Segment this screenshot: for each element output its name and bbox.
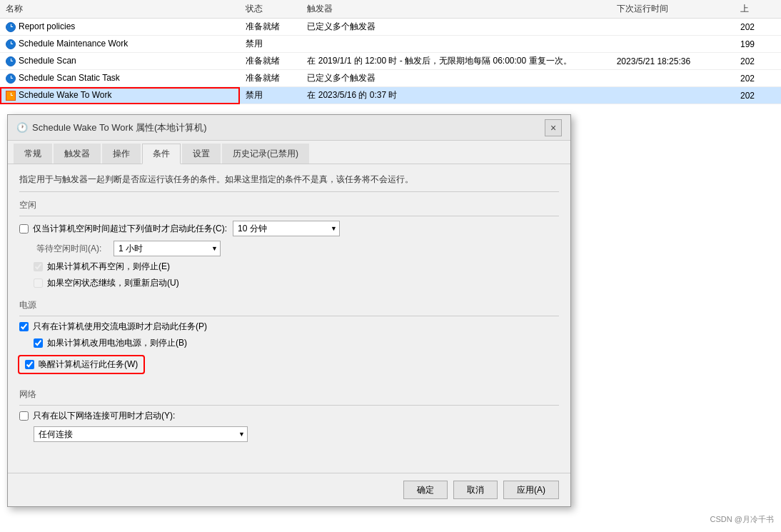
ok-button[interactable]: 确定 [403,481,448,499]
dialog-title: 🕐 Schedule Wake To Work 属性(本地计算机) [16,121,207,134]
tab-general[interactable]: 常规 [14,144,52,164]
task-trigger-cell: 在 2023/5/16 的 0:37 时 [301,87,610,104]
idle-wait-row: 等待空闲时间(A): 1 小时 ▼ [36,241,559,256]
idle-checkbox[interactable] [19,224,29,234]
power-wake-label[interactable]: 唤醒计算机运行此任务(W) [25,358,138,371]
task-last-cell: 202 [735,70,781,87]
idle-stop-checkbox[interactable] [34,262,43,271]
col-status: 状态 [240,0,302,19]
divider-1 [19,191,559,192]
task-last-cell: 199 [735,36,781,53]
tab-settings[interactable]: 设置 [182,144,221,164]
network-section-title: 网络 [19,388,559,401]
dialog-close-button[interactable]: × [545,119,562,136]
table-header-row: 名称 状态 触发器 下次运行时间 上 [0,0,781,19]
idle-section-title: 空闲 [19,199,559,211]
power-battery-text: 如果计算机改用电池电源，则停止(B) [47,337,187,349]
idle-checkbox-label[interactable]: 仅当计算机空闲时间超过下列值时才启动此任务(C): [19,223,227,235]
task-nextrun-cell [611,70,735,87]
tab-history[interactable]: 历史记录(已禁用) [222,144,309,164]
idle-wait-label: 等待空闲时间(A): [36,243,108,255]
network-checkbox-row: 只有在以下网络连接可用时才启动(Y): [19,410,559,422]
idle-wait-select[interactable]: 1 小时 [114,241,221,256]
task-name-cell: Schedule Wake To Work [0,87,240,104]
idle-stop-text: 如果计算机不再空闲，则停止(E) [47,261,170,273]
col-name: 名称 [0,0,240,19]
tab-actions[interactable]: 操作 [102,144,141,164]
power-battery-checkbox[interactable] [34,338,43,348]
network-select-wrapper: 任何连接 ▼ [34,426,248,442]
dialog-content: 指定用于与触发器一起判断是否应运行该任务的条件。如果这里指定的条件不是真，该任务… [8,164,570,455]
task-name-text: Report policies [19,21,75,31]
task-icon [6,22,16,32]
power-ac-checkbox[interactable] [19,322,29,331]
task-name-text: Schedule Wake To Work [19,90,112,100]
divider-3 [19,316,559,316]
idle-checkbox-row: 仅当计算机空闲时间超过下列值时才启动此任务(C): 10 分钟 ▼ [19,221,559,236]
task-trigger-cell: 在 2019/1/1 的 12:00 时 - 触发后，无限期地每隔 06:00:… [301,53,610,70]
task-icon [6,91,16,101]
idle-wait-wrapper: 1 小时 ▼ [114,241,221,256]
idle-restart-text: 如果空闲状态继续，则重新启动(U) [47,277,179,289]
network-dropdown-row: 任何连接 ▼ [34,426,559,442]
task-status-cell: 准备就绪 [240,19,302,36]
dialog-title-text: Schedule Wake To Work 属性(本地计算机) [32,121,207,134]
task-name-cell: Schedule Scan [0,53,240,70]
task-name-cell: Report policies [0,19,240,36]
table-row[interactable]: Report policies准备就绪已定义多个触发器202 [0,19,781,36]
power-wake-row: 唤醒计算机运行此任务(W) [19,356,143,373]
apply-button[interactable]: 应用(A) [503,481,559,499]
divider-4 [19,405,559,406]
task-last-cell: 202 [735,53,781,70]
task-trigger-cell: 已定义多个触发器 [301,19,610,36]
idle-duration-wrapper: 10 分钟 ▼ [233,221,340,236]
table-row[interactable]: Schedule Scan准备就绪在 2019/1/1 的 12:00 时 - … [0,53,781,70]
table-row[interactable]: Schedule Wake To Work禁用在 2023/5/16 的 0:3… [0,87,781,104]
network-checkbox[interactable] [19,411,29,421]
task-last-cell: 202 [735,87,781,104]
task-name-text: Schedule Maintenance Work [19,39,128,49]
task-name-cell: Schedule Scan Static Task [0,70,240,87]
col-last: 上 [735,0,781,19]
power-wake-checkbox[interactable] [25,360,34,369]
task-status-cell: 禁用 [240,87,302,104]
task-status-cell: 准备就绪 [240,53,302,70]
dialog-title-icon: 🕐 [16,122,28,133]
tab-triggers[interactable]: 触发器 [54,144,101,164]
table-row[interactable]: Schedule Maintenance Work禁用199 [0,36,781,53]
task-last-cell: 202 [735,19,781,36]
idle-restart-label[interactable]: 如果空闲状态继续，则重新启动(U) [34,277,179,289]
task-name-text: Schedule Scan Static Task [19,73,120,83]
col-nextrun: 下次运行时间 [611,0,735,19]
properties-dialog: 🕐 Schedule Wake To Work 属性(本地计算机) × 常规 触… [7,114,571,507]
power-battery-row: 如果计算机改用电池电源，则停止(B) [34,337,559,349]
tab-conditions[interactable]: 条件 [142,144,181,164]
network-checkbox-label[interactable]: 只有在以下网络连接可用时才启动(Y): [19,410,175,422]
task-nextrun-cell [611,36,735,53]
table-row[interactable]: Schedule Scan Static Task准备就绪已定义多个触发器202 [0,70,781,87]
task-name-cell: Schedule Maintenance Work [0,36,240,53]
task-icon [6,74,16,84]
task-icon [6,56,16,66]
cancel-button[interactable]: 取消 [453,481,498,499]
task-nextrun-cell [611,19,735,36]
dialog-tabs: 常规 触发器 操作 条件 设置 历史记录(已禁用) [8,141,570,164]
network-checkbox-text: 只有在以下网络连接可用时才启动(Y): [33,410,175,422]
idle-stop-label[interactable]: 如果计算机不再空闲，则停止(E) [34,261,170,273]
task-table: 名称 状态 触发器 下次运行时间 上 Report policies准备就绪已定… [0,0,781,104]
conditions-description: 指定用于与触发器一起判断是否应运行该任务的条件。如果这里指定的条件不是真，该任务… [19,173,559,186]
power-ac-label[interactable]: 只有在计算机使用交流电源时才启动此任务(P) [19,321,207,333]
divider-2 [19,216,559,216]
dialog-footer: 确定 取消 应用(A) [8,473,570,506]
dialog-titlebar: 🕐 Schedule Wake To Work 属性(本地计算机) × [8,115,570,141]
col-trigger: 触发器 [301,0,610,19]
task-trigger-cell [301,36,610,53]
task-name-text: Schedule Scan [19,56,76,66]
idle-restart-checkbox[interactable] [34,278,43,288]
power-section-title: 电源 [19,299,559,311]
task-trigger-cell: 已定义多个触发器 [301,70,610,87]
idle-duration-select[interactable]: 10 分钟 [233,221,340,236]
watermark: CSDN @月冷千书 [710,514,774,525]
network-select[interactable]: 任何连接 [34,426,248,442]
power-battery-label[interactable]: 如果计算机改用电池电源，则停止(B) [34,337,187,349]
